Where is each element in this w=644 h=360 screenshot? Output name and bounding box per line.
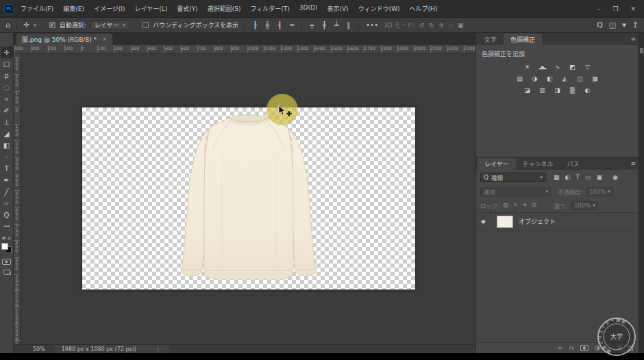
photo-filter-icon[interactable]: ◭	[559, 74, 571, 83]
marquee-tool[interactable]: ▢	[1, 58, 13, 70]
align-bottom-icon[interactable]: ┷	[333, 22, 340, 29]
black-white-icon[interactable]: ◧	[544, 74, 556, 83]
lock-artboard-icon[interactable]: ⊞	[532, 203, 536, 208]
document-size-field[interactable]: 1980 px x 1080 px (72 ppi) 〉	[55, 345, 169, 353]
more-options-button[interactable]: •••	[364, 22, 380, 29]
vertical-ruler[interactable]: 3002001000100200300400500600700800900100…	[14, 53, 21, 344]
invert-icon[interactable]: ◪	[521, 86, 533, 95]
channel-mixer-icon[interactable]: ◫	[574, 74, 586, 83]
threshold-icon[interactable]: ◨	[552, 86, 563, 95]
eyedropper-tool[interactable]: ✐	[1, 105, 13, 116]
layer-visibility-eye-icon[interactable]: ◉	[476, 213, 491, 230]
align-center-v-icon[interactable]: ╂	[321, 22, 327, 29]
hand-tool[interactable]: ☞	[1, 198, 13, 209]
home-icon[interactable]: ⌂	[5, 21, 10, 29]
layers-panel-menu-icon[interactable]: ≡	[630, 160, 636, 167]
restore-button[interactable]: ❐	[612, 5, 618, 12]
menu-select[interactable]: 選択範囲(S)	[208, 4, 241, 13]
align-middle-icon[interactable]: ═	[288, 22, 295, 29]
layer-row[interactable]: ◉オブジェクト	[476, 213, 639, 231]
add-mask-icon[interactable]	[580, 345, 589, 351]
canvas[interactable]	[82, 107, 415, 290]
tab-character[interactable]: 文字	[478, 34, 504, 45]
layer-style-icon[interactable]: fx	[569, 346, 574, 351]
color-lookup-icon[interactable]: ▦	[589, 74, 601, 83]
exposure-icon[interactable]: ◩	[567, 62, 578, 72]
align-top-icon[interactable]: ┯	[308, 22, 315, 29]
horizontal-ruler[interactable]: 4003002001000100200300400500600700800900…	[14, 45, 475, 53]
screen-mode-button[interactable]	[3, 270, 10, 274]
filter-type-icon[interactable]: T	[575, 174, 580, 181]
move-tool-icon[interactable]: ✛	[23, 21, 29, 29]
levels-icon[interactable]: ▂▆▃	[536, 62, 548, 72]
foreground-color-swatch[interactable]	[1, 243, 8, 250]
fill-field[interactable]: 100% ▾	[571, 201, 598, 210]
line-tool[interactable]: ╱	[1, 186, 13, 198]
move-tool[interactable]: ✛	[1, 47, 13, 58]
menu-file[interactable]: ファイル(F)	[21, 4, 53, 13]
distribute-icon[interactable]: ‖	[345, 22, 351, 29]
default-colors-icon[interactable]: ◩	[2, 235, 6, 240]
search-icon[interactable]: Q	[597, 21, 603, 29]
crop-tool[interactable]: ⌗	[1, 93, 13, 105]
slide-3d-icon[interactable]: ∷	[449, 22, 453, 29]
camera-3d-icon[interactable]: ▣	[458, 22, 464, 29]
minimize-button[interactable]: –	[597, 5, 601, 12]
expand-panel-icon[interactable]	[640, 48, 643, 53]
type-tool[interactable]: T	[1, 163, 13, 175]
pen-tool[interactable]: ✒	[1, 175, 13, 186]
menu-window[interactable]: ウィンドウ(W)	[358, 4, 400, 13]
more-tools[interactable]: •••	[1, 221, 13, 233]
share-icon[interactable]: ↥	[632, 21, 639, 29]
tab-adjustments[interactable]: 色調補正	[504, 34, 542, 45]
menu-layer[interactable]: レイヤー(L)	[134, 4, 167, 13]
document-tab[interactable]: 服.png @ 50% (RGB/8) * ×	[16, 34, 112, 45]
status-chevron-icon[interactable]: 〉	[157, 346, 162, 353]
color-swatches[interactable]	[1, 243, 12, 255]
menu-filter[interactable]: フィルター(T)	[250, 4, 289, 13]
auto-select-target-dropdown[interactable]: レイヤー ▾	[90, 21, 129, 30]
filter-adjustment-icon[interactable]: ◐	[565, 174, 571, 181]
lock-transparency-icon[interactable]: ▨	[503, 203, 508, 208]
collapsed-dock-strip[interactable]	[639, 33, 644, 353]
gradient-tool[interactable]: ◧	[1, 140, 13, 151]
zoom-tool[interactable]: Q	[1, 209, 13, 221]
filter-smart-object-icon[interactable]: ▣	[596, 174, 602, 181]
panel-menu-icon[interactable]: ≡	[630, 36, 636, 42]
posterize-icon[interactable]: ▥	[536, 86, 548, 95]
clone-stamp-tool[interactable]: ⊥	[1, 116, 13, 128]
selective-color-icon[interactable]: ◐	[582, 86, 593, 95]
eraser-tool[interactable]: ◢	[1, 128, 13, 140]
menu-view[interactable]: 表示(V)	[327, 4, 348, 13]
smudge-tool[interactable]: ◦	[1, 151, 13, 163]
layer-filter-dropdown[interactable]: Q 種類 ▾	[480, 172, 546, 182]
curves-icon[interactable]: ∿	[552, 62, 563, 72]
filter-pin-icon[interactable]: ◉	[612, 174, 618, 181]
tab-paths[interactable]: パス	[560, 158, 586, 170]
tab-channels[interactable]: チャンネル	[516, 158, 560, 170]
lock-position-icon[interactable]: ✛	[523, 203, 528, 208]
filter-pixel-icon[interactable]: ▦	[554, 174, 560, 181]
brightness-contrast-icon[interactable]: ☀	[521, 62, 533, 72]
tab-close-icon[interactable]: ×	[102, 36, 107, 42]
align-right-icon[interactable]: ┨	[276, 22, 283, 29]
align-left-icon[interactable]: ┠	[251, 22, 258, 29]
vibrance-icon[interactable]: ▽	[582, 62, 593, 72]
object-selection-tool[interactable]: ◌	[1, 81, 13, 93]
layer-name[interactable]: オブジェクト	[519, 217, 556, 226]
zoom-level[interactable]: 50%	[33, 346, 45, 352]
layer-thumbnail[interactable]	[497, 216, 513, 228]
roll-3d-icon[interactable]: ↻	[429, 22, 434, 29]
tool-preset-caret-icon[interactable]: ▾	[34, 23, 36, 28]
filter-shape-icon[interactable]: ▭	[585, 174, 591, 181]
pan-3d-icon[interactable]: ✛	[439, 22, 445, 29]
close-button[interactable]: ✕	[630, 5, 636, 12]
hue-saturation-icon[interactable]: ▤	[514, 74, 525, 83]
tab-layers[interactable]: レイヤー	[478, 158, 516, 170]
menu-image[interactable]: イメージ(I)	[94, 4, 125, 13]
lock-paint-icon[interactable]: ✎	[513, 203, 518, 208]
opacity-field[interactable]: 100% ▾	[586, 188, 613, 196]
menu-type[interactable]: 書式(Y)	[177, 4, 198, 13]
color-balance-icon[interactable]: ◑	[529, 74, 541, 83]
link-layers-icon[interactable]: ∞	[558, 345, 563, 351]
